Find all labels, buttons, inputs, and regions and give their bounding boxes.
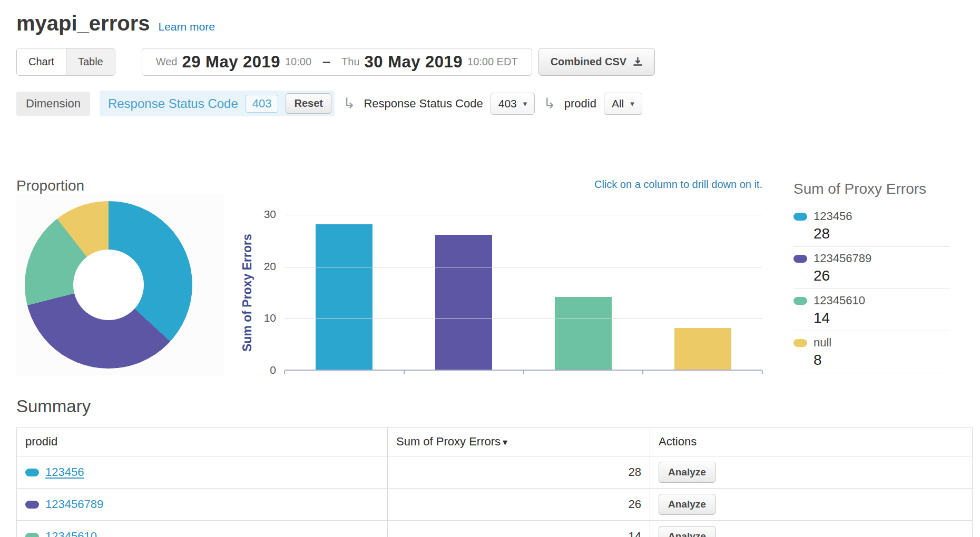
filter-bar: Dimension Response Status Code 403 Reset…: [0, 91, 980, 116]
active-filter-name: Response Status Code: [108, 96, 238, 111]
gridline: [285, 319, 762, 319]
active-filter-value-badge: 403: [246, 95, 279, 113]
legend-label: 12345610: [814, 294, 865, 307]
prodid-link[interactable]: 123456789: [45, 498, 103, 511]
x-axis-tick: [762, 371, 763, 374]
value-cell: 28: [388, 456, 650, 489]
end-date: 30 May 2019: [365, 53, 463, 72]
table-row: 12345678926Analyze: [17, 489, 973, 521]
start-time: 10:00: [285, 56, 311, 68]
legend-swatch: [793, 339, 807, 347]
value-cell: 14: [388, 521, 650, 537]
legend-entries: 12345628123456789261234561014null8: [793, 205, 949, 373]
bar-12345610[interactable]: [555, 297, 612, 370]
legend-swatch: [793, 213, 807, 221]
legend-label: 123456789: [814, 252, 871, 265]
legend-value: 26: [814, 267, 949, 284]
legend-value: 28: [814, 225, 949, 242]
end-time: 10:00 EDT: [467, 56, 518, 68]
gridline: [285, 267, 762, 267]
date-range-picker[interactable]: Wed 29 May 2019 10:00 – Thu 30 May 2019 …: [142, 48, 532, 76]
column-header-prodid[interactable]: prodid: [17, 427, 388, 456]
y-tick-label: 10: [252, 312, 276, 324]
legend-entry: 1234561014: [793, 289, 949, 331]
end-day: Thu: [341, 56, 359, 68]
column-header-sum[interactable]: Sum of Proxy Errors▾: [388, 427, 650, 456]
proportion-label: Proportion: [16, 177, 84, 194]
bars-container: [285, 215, 762, 370]
dimension-label: Dimension: [16, 92, 90, 116]
legend-swatch: [793, 297, 807, 305]
drilldown-hint: Click on a column to drill down on it.: [594, 178, 762, 191]
table-header-row: prodid Sum of Proxy Errors▾ Actions: [17, 427, 973, 456]
value-cell: 26: [388, 489, 650, 521]
legend-value: 8: [814, 352, 949, 369]
page-title: myapi_errors: [16, 12, 150, 35]
prodid-cell: 123456789: [17, 489, 388, 521]
start-day: Wed: [156, 56, 178, 68]
analyze-button[interactable]: Analyze: [659, 494, 716, 515]
x-axis-tick: [404, 371, 405, 374]
start-date: 29 May 2019: [182, 53, 280, 72]
toolbar: Chart Table Wed 29 May 2019 10:00 – Thu …: [0, 48, 980, 76]
active-filter-chip: Response Status Code 403 Reset: [100, 91, 335, 116]
legend-label: 123456: [814, 210, 852, 223]
reset-button[interactable]: Reset: [286, 93, 331, 114]
date-range-separator: –: [322, 54, 330, 70]
legend-title: Sum of Proxy Errors: [793, 181, 949, 197]
prodid-dropdown[interactable]: All ▾: [604, 93, 642, 115]
status-code-dropdown[interactable]: 403 ▾: [491, 93, 535, 115]
legend-entry: 12345628: [793, 205, 949, 247]
legend-value: 14: [814, 310, 949, 326]
action-cell: Analyze: [650, 489, 973, 521]
bar-123456789[interactable]: [435, 235, 492, 370]
bar-123456[interactable]: [316, 224, 373, 370]
y-tick-label: 30: [252, 208, 276, 221]
chart-legend: Sum of Proxy Errors 12345628123456789261…: [793, 181, 949, 373]
drilldown-label-prodid: prodid: [564, 97, 596, 111]
gridline: [285, 215, 762, 215]
tab-table[interactable]: Table: [66, 48, 115, 75]
summary-table: prodid Sum of Proxy Errors▾ Actions 1234…: [16, 427, 973, 537]
row-swatch: [25, 501, 39, 509]
legend-entry: null8: [793, 331, 949, 373]
summary-heading: Summary: [16, 396, 980, 416]
analyze-button[interactable]: Analyze: [659, 526, 716, 537]
combined-csv-label: Combined CSV: [551, 56, 626, 68]
proportion-chart-card: [16, 194, 224, 375]
drilldown-arrow-icon: ↳: [543, 96, 555, 111]
y-tick-label: 0: [252, 364, 276, 376]
y-tick-label: 20: [252, 260, 276, 273]
chevron-down-icon: ▾: [630, 99, 634, 108]
legend-label: null: [814, 336, 831, 350]
sort-desc-icon: ▾: [503, 437, 507, 448]
report-page: myapi_errors Learn more Chart Table Wed …: [0, 0, 980, 537]
prodid-cell: 12345610: [17, 521, 388, 537]
x-axis-tick: [523, 371, 524, 374]
table-row: 12345628Analyze: [17, 456, 973, 489]
table-row: 1234561014Analyze: [17, 521, 973, 537]
prodid-link[interactable]: 123456: [45, 466, 84, 479]
row-swatch: [25, 469, 39, 476]
proportion-donut-chart[interactable]: [25, 201, 192, 369]
x-axis-tick: [284, 371, 285, 374]
column-header-actions: Actions: [650, 427, 973, 456]
combined-csv-button[interactable]: Combined CSV: [538, 48, 655, 76]
analyze-button[interactable]: Analyze: [659, 462, 716, 483]
download-icon: [633, 57, 643, 67]
prodid-link[interactable]: 12345610: [45, 530, 97, 537]
legend-entry: 12345678926: [793, 247, 949, 289]
donut-hole: [73, 250, 144, 320]
chevron-down-icon: ▾: [523, 99, 527, 108]
legend-swatch: [793, 255, 807, 263]
tab-chart[interactable]: Chart: [17, 48, 66, 75]
bar-chart-plot: [285, 215, 762, 371]
bar-null[interactable]: [674, 328, 731, 370]
prodid-cell: 123456: [17, 456, 388, 489]
action-cell: Analyze: [650, 521, 973, 537]
row-swatch: [25, 533, 39, 537]
chart-section: Click on a column to drill down on it. P…: [0, 177, 980, 388]
learn-more-link[interactable]: Learn more: [158, 21, 214, 33]
x-axis-tick: [642, 371, 643, 374]
prodid-dropdown-value: All: [612, 97, 624, 110]
